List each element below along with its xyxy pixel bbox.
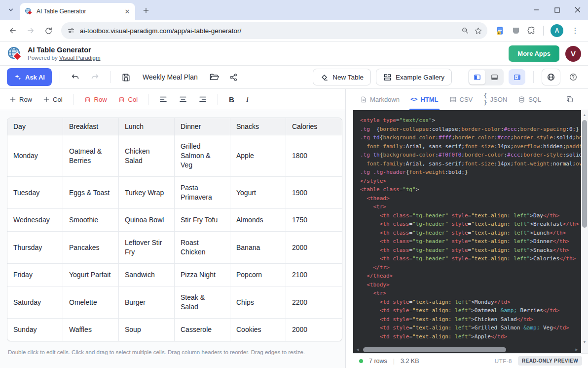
table-cell[interactable]: Popcorn <box>230 264 286 286</box>
close-window-button[interactable] <box>567 0 588 20</box>
scroll-left-arrow[interactable]: ◀ <box>354 346 361 353</box>
table-cell[interactable]: Monday <box>7 135 63 177</box>
table-cell[interactable]: Burger <box>119 286 175 319</box>
extensions-puzzle-button[interactable] <box>527 26 536 35</box>
split-vertical-button[interactable] <box>469 70 485 84</box>
panel-divider[interactable] <box>346 89 353 368</box>
copy-code-button[interactable] <box>566 93 574 106</box>
table-cell[interactable]: Pasta Primavera <box>175 177 230 209</box>
table-cell[interactable]: Chips <box>230 286 286 319</box>
column-header[interactable]: Breakfast <box>63 118 119 135</box>
docs-offline-extension-icon[interactable] <box>495 26 505 36</box>
sidebar-extension-icon[interactable] <box>512 26 520 35</box>
example-gallery-button[interactable]: Example Gallery <box>376 69 452 85</box>
table-cell[interactable]: Quinoa Bowl <box>119 209 175 232</box>
column-header[interactable]: Calories <box>286 118 342 135</box>
bold-button[interactable]: B <box>224 93 239 106</box>
table-cell[interactable]: Cookies <box>230 319 286 341</box>
tab-json[interactable]: { } JSON <box>483 89 507 110</box>
table-cell[interactable]: Apple <box>230 135 286 177</box>
minimize-button[interactable] <box>526 0 547 20</box>
tab-markdown[interactable]: Markdown <box>360 89 400 110</box>
new-tab-button[interactable] <box>139 3 153 17</box>
bookmark-star-button[interactable] <box>474 27 482 35</box>
open-folder-button[interactable] <box>207 70 221 84</box>
tab-search-chevron-button[interactable] <box>4 3 18 17</box>
table-cell[interactable]: Yogurt <box>230 177 286 209</box>
vertical-scroll-thumb[interactable] <box>582 120 587 228</box>
table-cell[interactable]: Friday <box>7 264 63 286</box>
table-cell[interactable]: Tuesday <box>7 177 63 209</box>
save-button[interactable] <box>119 70 134 84</box>
table-cell[interactable]: Wednesday <box>7 209 63 232</box>
table-cell[interactable]: 1800 <box>286 135 342 177</box>
table-cell[interactable]: 1900 <box>286 177 342 209</box>
document-title[interactable]: Weekly Meal Plan <box>143 73 198 81</box>
undo-button[interactable] <box>68 70 83 84</box>
share-button[interactable] <box>226 70 241 84</box>
horizontal-scroll-thumb[interactable] <box>363 347 506 352</box>
table-cell[interactable]: 2200 <box>286 286 342 319</box>
column-header[interactable]: Snacks <box>230 118 286 135</box>
table-cell[interactable]: Turkey Wrap <box>119 177 175 209</box>
table-cell[interactable]: Banana <box>230 232 286 264</box>
ask-ai-button[interactable]: Ask AI <box>7 68 52 86</box>
column-header[interactable]: Day <box>7 118 63 135</box>
table-cell[interactable]: Pizza Night <box>175 264 230 286</box>
column-header[interactable]: Lunch <box>119 118 175 135</box>
tab-sql[interactable]: SQL <box>518 89 541 110</box>
horizontal-scrollbar[interactable]: ◀ ▶ <box>353 346 581 353</box>
column-header[interactable]: Dinner <box>175 118 230 135</box>
tab-close-button[interactable]: ✕ <box>123 7 131 15</box>
toggle-right-panel-button[interactable] <box>509 69 525 85</box>
url-bar[interactable]: ai-toolbox.visual-paradigm.com/app/ai-ta… <box>61 22 487 39</box>
table-cell[interactable]: 1750 <box>286 209 342 232</box>
table-cell[interactable]: Sandwich <box>119 264 175 286</box>
profile-avatar[interactable]: A <box>551 24 563 37</box>
scroll-up-arrow[interactable]: ▲ <box>581 111 588 118</box>
browser-tab[interactable]: AI Table Generator ✕ <box>20 3 135 20</box>
redo-button[interactable] <box>88 70 103 84</box>
help-button[interactable] <box>565 69 581 85</box>
forward-button[interactable] <box>23 23 38 39</box>
account-avatar[interactable]: V <box>565 46 581 62</box>
scroll-right-arrow[interactable]: ▶ <box>573 346 580 353</box>
reload-button[interactable] <box>40 23 56 39</box>
table-cell[interactable]: 2100 <box>286 264 342 286</box>
table-cell[interactable]: Grilled Salmon & Veg <box>175 135 230 177</box>
visual-paradigm-link[interactable]: Visual Paradigm <box>59 55 101 61</box>
table-cell[interactable]: Yogurt Parfait <box>63 264 119 286</box>
zoom-icon[interactable] <box>461 27 469 35</box>
table-cell[interactable]: Saturday <box>7 286 63 319</box>
code-content[interactable]: <style type="text/css">.tg {border-colla… <box>353 110 581 346</box>
split-horizontal-button[interactable] <box>486 70 503 84</box>
table-cell[interactable]: Casserole <box>175 319 230 341</box>
table-cell[interactable]: Thursday <box>7 232 63 264</box>
delete-row-button[interactable]: Row <box>79 93 111 106</box>
table-cell[interactable]: Roast Chicken <box>175 232 230 264</box>
table-cell[interactable]: Soup <box>119 319 175 341</box>
table-cell[interactable]: Almonds <box>230 209 286 232</box>
back-button[interactable] <box>5 23 21 39</box>
scroll-down-arrow[interactable]: ▼ <box>581 338 588 345</box>
browser-menu-button[interactable]: ⋮ <box>570 26 580 35</box>
url-text[interactable]: ai-toolbox.visual-paradigm.com/app/ai-ta… <box>80 27 456 35</box>
align-center-button[interactable] <box>174 92 192 107</box>
maximize-button[interactable] <box>547 0 567 20</box>
table-cell[interactable]: Eggs & Toast <box>63 177 119 209</box>
tab-html[interactable]: <> HTML <box>410 89 439 110</box>
delete-col-button[interactable]: Col <box>113 93 143 106</box>
vertical-scrollbar[interactable]: ▲ ▼ <box>581 110 588 346</box>
site-info-icon[interactable] <box>67 27 75 35</box>
tab-csv[interactable]: CSV <box>449 89 473 110</box>
table-cell[interactable]: Steak & Salad <box>175 286 230 319</box>
meal-table[interactable]: DayBreakfastLunchDinnerSnacksCalories Mo… <box>7 118 342 341</box>
add-col-button[interactable]: Col <box>38 93 67 106</box>
table-cell[interactable]: Stir Fry Tofu <box>175 209 230 232</box>
new-table-button[interactable]: New Table <box>313 69 371 85</box>
align-right-button[interactable] <box>194 92 212 107</box>
table-cell[interactable]: 2000 <box>286 319 342 341</box>
table-cell[interactable]: Omelette <box>63 286 119 319</box>
add-row-button[interactable]: Row <box>5 93 37 106</box>
table-cell[interactable]: Oatmeal & Berries <box>63 135 119 177</box>
